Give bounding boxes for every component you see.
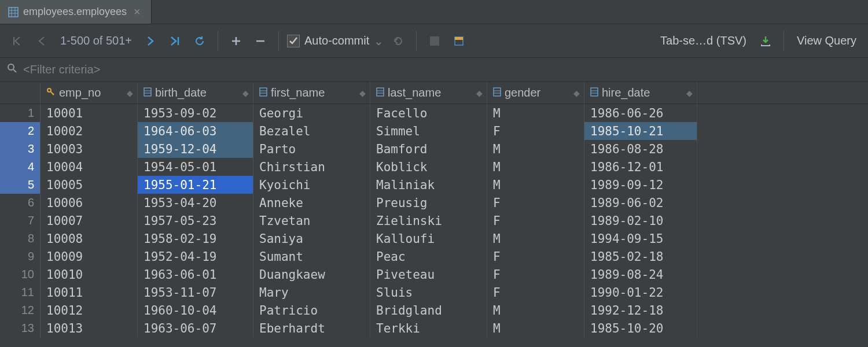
cell-hire_date[interactable]: 1989-09-12: [584, 176, 697, 194]
column-header-first_name[interactable]: first_name◆: [253, 82, 370, 104]
cell-emp_no[interactable]: 10009: [41, 248, 138, 265]
column-header-emp_no[interactable]: emp_no◆: [41, 82, 138, 104]
cell-emp_no[interactable]: 10006: [41, 194, 138, 212]
column-header-birth_date[interactable]: birth_date◆: [138, 82, 253, 104]
cell-birth_date[interactable]: 1954-05-01: [138, 158, 253, 176]
cell-gender[interactable]: M: [487, 301, 584, 319]
add-row-button[interactable]: [226, 31, 246, 51]
cell-emp_no[interactable]: 10002: [41, 122, 138, 140]
cell-first_name[interactable]: Saniya: [253, 230, 370, 248]
cell-first_name[interactable]: Anneke: [253, 194, 370, 212]
cell-gender[interactable]: M: [487, 140, 584, 158]
table-row[interactable]: 10100101963-06-01DuangkaewPiveteauF1989-…: [0, 265, 868, 283]
cell-gender[interactable]: M: [487, 158, 584, 176]
column-header-hire_date[interactable]: hire_date◆: [584, 82, 697, 104]
cell-gender[interactable]: M: [487, 104, 584, 122]
cell-first_name[interactable]: Bezalel: [253, 122, 370, 140]
cell-first_name[interactable]: Eberhardt: [253, 319, 370, 337]
cell-emp_no[interactable]: 10010: [41, 265, 138, 283]
first-page-button[interactable]: [7, 31, 27, 51]
sort-icon[interactable]: ◆: [242, 88, 247, 98]
row-number[interactable]: 10: [0, 265, 41, 283]
tab-employees[interactable]: employees.employees ×: [0, 0, 152, 24]
row-number[interactable]: 13: [0, 319, 41, 337]
cell-hire_date[interactable]: 1985-10-21: [584, 122, 697, 140]
cell-hire_date[interactable]: 1994-09-15: [584, 230, 697, 248]
cell-last_name[interactable]: Bamford: [370, 140, 487, 158]
cell-gender[interactable]: F: [487, 283, 584, 301]
table-row[interactable]: 3100031959-12-04PartoBamfordM1986-08-28: [0, 140, 868, 158]
rollback-button[interactable]: [388, 31, 408, 51]
cell-birth_date[interactable]: 1959-12-04: [138, 140, 253, 158]
cell-last_name[interactable]: Simmel: [370, 122, 487, 140]
cell-last_name[interactable]: Sluis: [370, 283, 487, 301]
row-number[interactable]: 3: [0, 140, 41, 158]
cell-first_name[interactable]: Chirstian: [253, 158, 370, 176]
sort-icon[interactable]: ◆: [127, 88, 131, 98]
cell-first_name[interactable]: Sumant: [253, 248, 370, 265]
cell-first_name[interactable]: Parto: [253, 140, 370, 158]
cell-emp_no[interactable]: 10001: [41, 104, 138, 122]
remove-row-button[interactable]: [251, 31, 270, 51]
table-row[interactable]: 1100011953-09-02GeorgiFacelloM1986-06-26: [0, 104, 868, 122]
row-number[interactable]: 9: [0, 248, 41, 265]
cell-gender[interactable]: F: [487, 248, 584, 265]
cell-birth_date[interactable]: 1953-04-20: [138, 194, 253, 212]
cell-last_name[interactable]: Bridgland: [370, 301, 487, 319]
cell-gender[interactable]: M: [487, 176, 584, 194]
view-query-button[interactable]: View Query: [792, 34, 861, 47]
cell-first_name[interactable]: Duangkaew: [253, 265, 370, 283]
cell-emp_no[interactable]: 10013: [41, 319, 138, 337]
row-number[interactable]: 12: [0, 301, 41, 319]
row-number[interactable]: 11: [0, 283, 41, 301]
cell-emp_no[interactable]: 10005: [41, 176, 138, 194]
auto-commit-toggle[interactable]: Auto-commit ⌄: [287, 34, 384, 48]
cell-last_name[interactable]: Peac: [370, 248, 487, 265]
cell-last_name[interactable]: Koblick: [370, 158, 487, 176]
table-row[interactable]: 12100121960-10-04PatricioBridglandM1992-…: [0, 301, 868, 319]
cell-emp_no[interactable]: 10007: [41, 212, 138, 230]
sort-icon[interactable]: ◆: [573, 88, 578, 98]
table-row[interactable]: 9100091952-04-19SumantPeacF1985-02-18: [0, 248, 868, 265]
cell-birth_date[interactable]: 1963-06-01: [138, 265, 253, 283]
row-number[interactable]: 6: [0, 194, 41, 212]
table-row[interactable]: 11100111953-11-07MarySluisF1990-01-22: [0, 283, 868, 301]
cell-last_name[interactable]: Piveteau: [370, 265, 487, 283]
table-row[interactable]: 8100081958-02-19SaniyaKalloufiM1994-09-1…: [0, 230, 868, 248]
cell-last_name[interactable]: Zielinski: [370, 212, 487, 230]
row-number[interactable]: 5: [0, 176, 41, 194]
cell-birth_date[interactable]: 1958-02-19: [138, 230, 253, 248]
row-number[interactable]: 8: [0, 230, 41, 248]
column-header-gender[interactable]: gender◆: [487, 82, 584, 104]
stop-button[interactable]: [425, 31, 444, 51]
cell-last_name[interactable]: Preusig: [370, 194, 487, 212]
table-row[interactable]: 6100061953-04-20AnnekePreusigF1989-06-02: [0, 194, 868, 212]
sort-icon[interactable]: ◆: [476, 88, 481, 98]
cell-emp_no[interactable]: 10004: [41, 158, 138, 176]
cell-gender[interactable]: F: [487, 122, 584, 140]
refresh-button[interactable]: [190, 31, 209, 51]
table-row[interactable]: 5100051955-01-21KyoichiMaliniakM1989-09-…: [0, 176, 868, 194]
cell-hire_date[interactable]: 1992-12-18: [584, 301, 697, 319]
close-icon[interactable]: ×: [131, 5, 143, 19]
ddl-button[interactable]: [449, 31, 469, 51]
cell-first_name[interactable]: Tzvetan: [253, 212, 370, 230]
cell-last_name[interactable]: Maliniak: [370, 176, 487, 194]
table-row[interactable]: 7100071957-05-23TzvetanZielinskiF1989-02…: [0, 212, 868, 230]
next-page-button[interactable]: [141, 31, 161, 51]
cell-birth_date[interactable]: 1955-01-21: [138, 176, 253, 194]
cell-first_name[interactable]: Mary: [253, 283, 370, 301]
cell-emp_no[interactable]: 10003: [41, 140, 138, 158]
cell-emp_no[interactable]: 10008: [41, 230, 138, 248]
cell-first_name[interactable]: Georgi: [253, 104, 370, 122]
row-number[interactable]: 7: [0, 212, 41, 230]
cell-hire_date[interactable]: 1985-10-20: [584, 319, 697, 337]
row-number[interactable]: 2: [0, 122, 41, 140]
cell-gender[interactable]: M: [487, 230, 584, 248]
download-button[interactable]: [756, 31, 775, 51]
row-number[interactable]: 4: [0, 158, 41, 176]
cell-first_name[interactable]: Kyoichi: [253, 176, 370, 194]
cell-hire_date[interactable]: 1986-12-01: [584, 158, 697, 176]
cell-gender[interactable]: F: [487, 265, 584, 283]
last-page-button[interactable]: [165, 31, 185, 51]
